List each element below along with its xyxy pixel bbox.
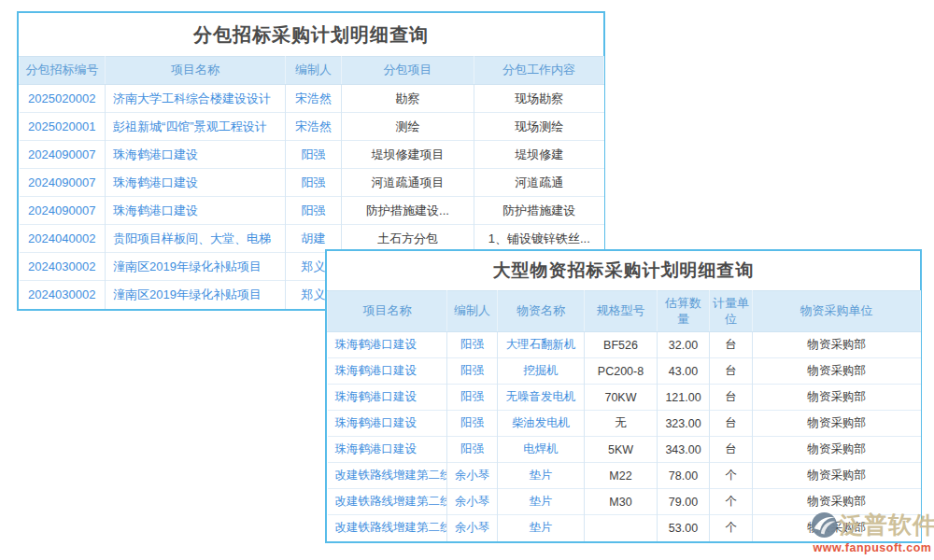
table-cell-link[interactable]: 珠海鹤港口建设 (106, 141, 286, 169)
table-cell-link[interactable]: 无噪音发电机 (498, 385, 585, 411)
table-cell-link[interactable]: 2024040002 (20, 225, 106, 253)
table-cell-link[interactable]: 2024030002 (20, 281, 106, 309)
table-cell (585, 515, 658, 541)
table-cell-link[interactable]: 珠海鹤港口建设 (328, 437, 447, 463)
materials-window-title: 大型物资招标采购计划明细查询 (327, 251, 920, 290)
table-cell-link[interactable]: 阳强 (286, 197, 342, 225)
table-cell-link[interactable]: 余小琴 (447, 515, 498, 541)
column-header: 分包工作内容 (474, 57, 604, 85)
table-cell: 台 (710, 358, 753, 385)
table-cell-link[interactable]: 阳强 (286, 169, 342, 197)
column-header: 项目名称 (328, 291, 447, 332)
table-cell-link[interactable]: 垫片 (498, 515, 585, 541)
table-cell: 台 (710, 332, 753, 358)
table-cell: 物资采购部 (753, 411, 921, 437)
table-cell-link[interactable]: 珠海鹤港口建设 (328, 411, 447, 437)
table-cell-link[interactable]: 电焊机 (498, 437, 585, 463)
table-cell-link[interactable]: 2024030002 (20, 253, 106, 281)
subcontract-window-title: 分包招标采购计划明细查询 (19, 13, 603, 56)
table-cell-link[interactable]: 余小琴 (447, 463, 498, 489)
table-cell: 物资采购部 (753, 515, 921, 541)
table-row: 2025020001彭祖新城“四馆”景观工程设计宋浩然测绘现场测绘 (20, 113, 604, 141)
column-header: 项目名称 (106, 57, 286, 85)
table-cell: M22 (585, 463, 658, 489)
table-cell: 53.00 (658, 515, 710, 541)
table-row: 珠海鹤港口建设阳强大理石翻新机BF52632.00台物资采购部 (328, 332, 921, 358)
table-cell-link[interactable]: 潼南区2019年绿化补贴项目 (106, 253, 286, 281)
table-cell: 现场勘察 (474, 85, 604, 113)
table-cell: 台 (710, 385, 753, 411)
table-cell: 河道疏通项目 (342, 169, 474, 197)
table-cell: BF526 (585, 332, 658, 358)
table-row: 珠海鹤港口建设阳强无噪音发电机70KW121.00台物资采购部 (328, 385, 921, 411)
table-cell: 物资采购部 (753, 358, 921, 385)
table-row: 2024040002贵阳项目样板间、大堂、电梯胡建土石方分包1、铺设镀锌铁丝..… (20, 225, 604, 253)
table-cell: 防护措施建设 (474, 197, 604, 225)
column-header: 物资名称 (498, 291, 585, 332)
table-cell-link[interactable]: 济南大学工科综合楼建设设计 (106, 85, 286, 113)
table-cell-link[interactable]: 珠海鹤港口建设 (328, 385, 447, 411)
table-cell-link[interactable]: 垫片 (498, 489, 585, 515)
table-cell-link[interactable]: 大理石翻新机 (498, 332, 585, 358)
table-cell: 土石方分包 (342, 225, 474, 253)
table-cell-link[interactable]: 珠海鹤港口建设 (106, 197, 286, 225)
table-cell-link[interactable]: 2025020002 (20, 85, 106, 113)
table-cell-link[interactable]: 2025020001 (20, 113, 106, 141)
table-cell: 121.00 (658, 385, 710, 411)
table-cell-link[interactable]: 宋浩然 (286, 113, 342, 141)
table-cell: 78.00 (658, 463, 710, 489)
table-cell: 物资采购部 (753, 463, 921, 489)
table-cell-link[interactable]: 胡建 (286, 225, 342, 253)
table-cell-link[interactable]: 珠海鹤港口建设 (328, 332, 447, 358)
table-cell-link[interactable]: 珠海鹤港口建设 (328, 358, 447, 385)
column-header: 规格型号 (585, 291, 658, 332)
table-cell-link[interactable]: 贵阳项目样板间、大堂、电梯 (106, 225, 286, 253)
table-cell-link[interactable]: 宋浩然 (286, 85, 342, 113)
table-cell: 32.00 (658, 332, 710, 358)
table-cell: 物资采购部 (753, 489, 921, 515)
table-cell-link[interactable]: 阳强 (286, 141, 342, 169)
table-cell: 测绘 (342, 113, 474, 141)
table-cell-link[interactable]: 2024090007 (20, 169, 106, 197)
table-cell-link[interactable]: 2024090007 (20, 141, 106, 169)
table-cell-link[interactable]: 阳强 (447, 385, 498, 411)
vendor-url: www.fanpusoft.com (811, 541, 934, 554)
table-cell: 个 (710, 463, 753, 489)
table-cell-link[interactable]: 阳强 (447, 358, 498, 385)
column-header: 编制人 (286, 57, 342, 85)
table-cell-link[interactable]: 改建铁路线增建第二线直通 (328, 463, 447, 489)
table-cell-link[interactable]: 挖掘机 (498, 358, 585, 385)
table-cell-link[interactable]: 余小琴 (447, 489, 498, 515)
table-cell: 台 (710, 411, 753, 437)
table-cell-link[interactable]: 阳强 (447, 437, 498, 463)
table-header-row: 分包招标编号项目名称编制人分包项目分包工作内容 (20, 57, 604, 85)
table-row: 2024090007珠海鹤港口建设阳强河道疏通项目河道疏通 (20, 169, 604, 197)
table-cell-link[interactable]: 柴油发电机 (498, 411, 585, 437)
table-row: 改建铁路线增建第二线直通余小琴垫片M3079.00个物资采购部 (328, 489, 921, 515)
table-row: 珠海鹤港口建设阳强柴油发电机无323.00台物资采购部 (328, 411, 921, 437)
table-cell: 物资采购部 (753, 332, 921, 358)
column-header: 物资采购单位 (753, 291, 921, 332)
table-cell-link[interactable]: 珠海鹤港口建设 (106, 169, 286, 197)
table-cell-link[interactable]: 潼南区2019年绿化补贴项目 (106, 281, 286, 309)
table-cell: 勘察 (342, 85, 474, 113)
table-cell-link[interactable]: 2024090007 (20, 197, 106, 225)
column-header: 估算数量 (658, 291, 710, 332)
table-cell-link[interactable]: 阳强 (447, 411, 498, 437)
table-row: 珠海鹤港口建设阳强电焊机5KW343.00台物资采购部 (328, 437, 921, 463)
table-cell-link[interactable]: 改建铁路线增建第二线直通 (328, 489, 447, 515)
table-cell: 无 (585, 411, 658, 437)
table-cell-link[interactable]: 垫片 (498, 463, 585, 489)
table-cell: 1、铺设镀锌铁丝... (474, 225, 604, 253)
table-cell: 防护措施建设... (342, 197, 474, 225)
materials-table: 项目名称编制人物资名称规格型号估算数量计量单位物资采购单位珠海鹤港口建设阳强大理… (327, 290, 921, 541)
table-row: 改建铁路线增建第二线直通余小琴垫片M2278.00个物资采购部 (328, 463, 921, 489)
table-cell-link[interactable]: 改建铁路线增建第二线直通 (328, 515, 447, 541)
table-cell-link[interactable]: 阳强 (447, 332, 498, 358)
table-header-row: 项目名称编制人物资名称规格型号估算数量计量单位物资采购单位 (328, 291, 921, 332)
table-cell: 物资采购部 (753, 437, 921, 463)
column-header: 编制人 (447, 291, 498, 332)
table-cell: 堤坝修建项目 (342, 141, 474, 169)
table-cell-link[interactable]: 彭祖新城“四馆”景观工程设计 (106, 113, 286, 141)
table-cell: PC200-8 (585, 358, 658, 385)
